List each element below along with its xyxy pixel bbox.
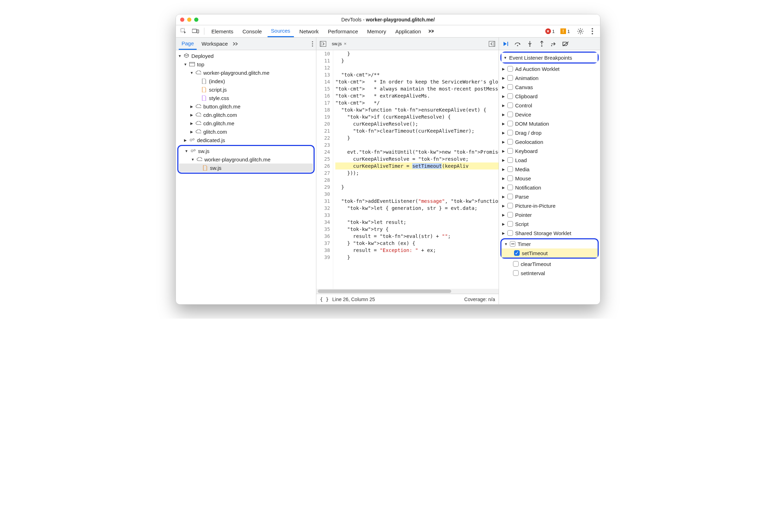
js-file-icon bbox=[201, 87, 207, 92]
minimize-window-button[interactable] bbox=[187, 18, 191, 22]
bp-timer-child[interactable]: clearTimeout bbox=[499, 259, 600, 268]
tree-top[interactable]: ▼ top bbox=[176, 60, 316, 68]
bp-timer-child[interactable]: setInterval bbox=[499, 268, 600, 278]
step-out-icon[interactable] bbox=[536, 39, 547, 49]
zoom-window-button[interactable] bbox=[194, 18, 198, 22]
window-title: DevTools - worker-playground.glitch.me/ bbox=[176, 17, 600, 22]
checkbox-icon[interactable] bbox=[507, 139, 513, 145]
checkbox-icon[interactable] bbox=[507, 221, 513, 227]
bp-category[interactable]: ▶Drag / drop bbox=[499, 128, 600, 137]
cloud-icon bbox=[196, 104, 201, 109]
tab-memory[interactable]: Memory bbox=[364, 25, 390, 37]
bp-category[interactable]: ▶Shared Storage Worklet bbox=[499, 228, 600, 238]
checkbox-icon[interactable] bbox=[507, 166, 513, 172]
tree-origin-button[interactable]: ▶ button.glitch.me bbox=[176, 102, 316, 111]
bp-category[interactable]: ▶DOM Mutation bbox=[499, 119, 600, 128]
tree-sw-root[interactable]: ▼ sw.js bbox=[179, 147, 313, 155]
bp-category[interactable]: ▶Pointer bbox=[499, 210, 600, 219]
subtab-workspace[interactable]: Workspace bbox=[199, 38, 231, 50]
tree-sw-origin[interactable]: ▼ worker-playground.glitch.me bbox=[179, 155, 313, 164]
checkbox-icon[interactable] bbox=[507, 230, 513, 236]
checkbox-icon[interactable] bbox=[507, 212, 513, 218]
warning-count-badge[interactable]: ! 1 bbox=[560, 28, 570, 34]
bp-category[interactable]: ▶Ad Auction Worklet bbox=[499, 64, 600, 73]
bp-category[interactable]: ▶Canvas bbox=[499, 82, 600, 92]
checkbox-icon[interactable] bbox=[513, 261, 519, 267]
tree-origin-cdn1[interactable]: ▶ cdn.glitch.com bbox=[176, 111, 316, 119]
pretty-print-icon[interactable]: { } bbox=[320, 297, 329, 302]
bp-category[interactable]: ▶Load bbox=[499, 155, 600, 165]
tree-origin-cdn2[interactable]: ▶ cdn.glitch.me bbox=[176, 119, 316, 127]
tree-origin-main[interactable]: ▼ worker-playground.glitch.me bbox=[176, 68, 316, 77]
checkbox-icon[interactable] bbox=[507, 148, 513, 154]
resume-icon[interactable] bbox=[500, 39, 512, 49]
tree-file-scriptjs[interactable]: script.js bbox=[176, 85, 316, 94]
tree-dedicated-worker[interactable]: ▶ dedicated.js bbox=[176, 136, 316, 144]
bp-category[interactable]: ▶Mouse bbox=[499, 174, 600, 183]
checkbox-icon[interactable] bbox=[507, 75, 513, 81]
bp-category[interactable]: ▶Geolocation bbox=[499, 137, 600, 146]
close-tab-icon[interactable]: × bbox=[344, 41, 347, 46]
horizontal-scrollbar[interactable] bbox=[316, 289, 499, 294]
code-editor[interactable]: 1011121314151617181920212223242526272829… bbox=[316, 50, 499, 289]
bp-category[interactable]: ▶Parse bbox=[499, 192, 600, 201]
device-toolbar-icon[interactable] bbox=[191, 26, 200, 36]
event-listener-breakpoints-header[interactable]: ▼ Event Listener Breakpoints bbox=[501, 53, 598, 62]
bp-category[interactable]: ▶Keyboard bbox=[499, 146, 600, 155]
scrollbar-thumb[interactable] bbox=[318, 290, 451, 293]
tab-application[interactable]: Application bbox=[392, 25, 425, 37]
tab-network[interactable]: Network bbox=[296, 25, 322, 37]
settings-icon[interactable] bbox=[576, 26, 585, 36]
tree-file-index[interactable]: (index) bbox=[176, 77, 316, 85]
bp-category[interactable]: ▶Notification bbox=[499, 183, 600, 192]
checkbox-icon[interactable] bbox=[513, 270, 519, 276]
checkbox-icon[interactable] bbox=[507, 112, 513, 117]
bp-category[interactable]: ▶Media bbox=[499, 165, 600, 174]
kebab-menu-icon[interactable] bbox=[587, 26, 597, 36]
checkbox-icon[interactable] bbox=[507, 130, 513, 135]
checkbox-checked-icon[interactable]: ✓ bbox=[514, 250, 520, 256]
toggle-navigator-icon[interactable] bbox=[318, 39, 328, 48]
checkbox-icon[interactable] bbox=[507, 93, 513, 99]
step-icon[interactable] bbox=[548, 39, 559, 49]
editor-tab-swjs[interactable]: sw.js × bbox=[330, 39, 349, 48]
js-file-icon bbox=[202, 165, 208, 171]
bp-category[interactable]: ▶Script bbox=[499, 219, 600, 228]
bp-category-timer[interactable]: ▼Timer bbox=[501, 239, 598, 248]
bp-category[interactable]: ▶Clipboard bbox=[499, 92, 600, 101]
tab-performance[interactable]: Performance bbox=[324, 25, 362, 37]
bp-category[interactable]: ▶Animation bbox=[499, 73, 600, 82]
step-into-icon[interactable] bbox=[524, 39, 535, 49]
checkbox-indeterminate-icon[interactable] bbox=[510, 241, 515, 247]
bp-category[interactable]: ▶Control bbox=[499, 101, 600, 110]
subtab-more-button[interactable] bbox=[233, 41, 238, 46]
tab-sources[interactable]: Sources bbox=[268, 25, 294, 37]
tab-elements[interactable]: Elements bbox=[208, 25, 237, 37]
tab-console[interactable]: Console bbox=[239, 25, 265, 37]
inspect-element-icon[interactable] bbox=[179, 26, 189, 36]
checkbox-icon[interactable] bbox=[507, 102, 513, 108]
checkbox-icon[interactable] bbox=[507, 194, 513, 199]
checkbox-icon[interactable] bbox=[507, 157, 513, 163]
tree-origin-glitch[interactable]: ▶ glitch.com bbox=[176, 127, 316, 136]
navigator-kebab-icon[interactable] bbox=[312, 41, 313, 47]
checkbox-icon[interactable] bbox=[507, 185, 513, 190]
subtab-page[interactable]: Page bbox=[179, 38, 197, 50]
bp-category[interactable]: ▶Picture-in-Picture bbox=[499, 201, 600, 210]
tree-file-stylecss[interactable]: style.css bbox=[176, 94, 316, 102]
step-over-icon[interactable] bbox=[512, 39, 524, 49]
checkbox-icon[interactable] bbox=[507, 121, 513, 126]
toggle-debugger-icon[interactable] bbox=[487, 39, 496, 48]
bp-category[interactable]: ▶Device bbox=[499, 110, 600, 119]
checkbox-icon[interactable] bbox=[507, 203, 513, 208]
tree-sw-file[interactable]: sw.js bbox=[179, 164, 313, 172]
checkbox-icon[interactable] bbox=[507, 84, 513, 90]
more-tabs-button[interactable] bbox=[427, 26, 436, 36]
error-count-badge[interactable]: ✕ 1 bbox=[545, 28, 555, 34]
bp-settimeout[interactable]: ✓setTimeout bbox=[501, 248, 598, 258]
checkbox-icon[interactable] bbox=[507, 66, 513, 72]
deactivate-breakpoints-icon[interactable] bbox=[560, 39, 571, 49]
checkbox-icon[interactable] bbox=[507, 175, 513, 181]
tree-deployed[interactable]: ▼ Deployed bbox=[176, 52, 316, 60]
close-window-button[interactable] bbox=[180, 18, 184, 22]
